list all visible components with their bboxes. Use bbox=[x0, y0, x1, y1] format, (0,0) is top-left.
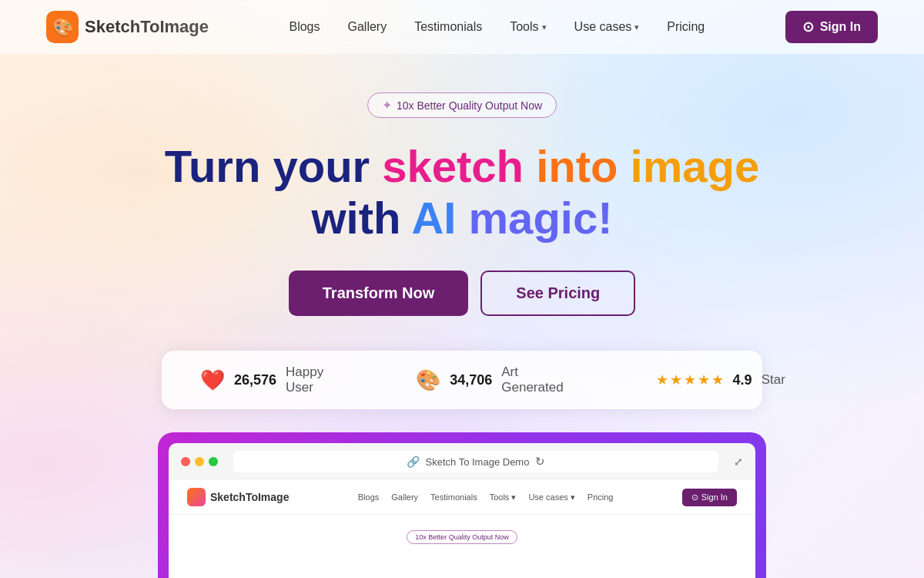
logo[interactable]: 🎨 SketchToImage bbox=[46, 11, 209, 43]
demo-badge: 10x Better Quality Output Now bbox=[407, 530, 517, 544]
window-controls bbox=[181, 457, 218, 466]
stat-happy-users: ❤️ 26,576 Happy User bbox=[200, 365, 323, 395]
art-icon: 🎨 bbox=[416, 368, 440, 392]
demo-site-content: SketchToImage Blogs Gallery Testimonials… bbox=[169, 480, 755, 578]
nav-item-testimonials[interactable]: Testimonials bbox=[414, 20, 482, 34]
main-content: ✦ 10x Better Quality Output Now Turn you… bbox=[0, 54, 924, 432]
nav-item-blogs[interactable]: Blogs bbox=[289, 20, 320, 34]
maximize-window-button[interactable] bbox=[209, 457, 218, 466]
expand-icon[interactable]: ⤢ bbox=[734, 455, 743, 468]
refresh-icon[interactable]: ↻ bbox=[535, 455, 545, 469]
logo-text: SketchToImage bbox=[85, 17, 209, 37]
nav-menu: Blogs Gallery Testimonials Tools ▾ Use c… bbox=[289, 20, 705, 34]
demo-sign-in-button[interactable]: ⊙ Sign In bbox=[682, 489, 737, 506]
star-icon: ★ bbox=[656, 371, 668, 388]
nav-item-pricing[interactable]: Pricing bbox=[667, 20, 705, 34]
demo-logo: SketchToImage bbox=[187, 488, 289, 506]
sign-in-button[interactable]: ⊙ Sign In bbox=[785, 11, 878, 43]
cta-buttons: Transform Now See Pricing bbox=[289, 271, 636, 316]
headline: Turn your sketch into image with AI magi… bbox=[165, 141, 759, 244]
close-window-button[interactable] bbox=[181, 457, 190, 466]
logo-icon: 🎨 bbox=[46, 11, 79, 43]
sparkle-icon: ✦ bbox=[382, 98, 392, 113]
star-icon: ★ bbox=[711, 371, 724, 388]
link-icon: 🔗 bbox=[407, 455, 420, 468]
url-bar[interactable]: 🔗 Sketch To Image Demo ↻ bbox=[233, 451, 718, 472]
heart-icon: ❤️ bbox=[200, 368, 225, 392]
star-icon: ★ bbox=[670, 371, 682, 388]
demo-sign-in-icon: ⊙ bbox=[691, 492, 698, 502]
sign-in-icon: ⊙ bbox=[802, 18, 814, 35]
demo-window-wrapper: 🔗 Sketch To Image Demo ↻ ⤢ SketchToImage… bbox=[0, 432, 924, 578]
nav-item-use-cases[interactable]: Use cases ▾ bbox=[574, 20, 640, 34]
star-icon: ★ bbox=[684, 371, 696, 388]
browser-bar: 🔗 Sketch To Image Demo ↻ ⤢ bbox=[169, 443, 755, 480]
demo-navbar: SketchToImage Blogs Gallery Testimonials… bbox=[169, 480, 755, 515]
see-pricing-button[interactable]: See Pricing bbox=[480, 271, 635, 316]
demo-hero: 10x Better Quality Output Now bbox=[169, 515, 755, 560]
stats-bar: ❤️ 26,576 Happy User 🎨 34,706 Art Genera… bbox=[162, 351, 762, 409]
chevron-down-icon: ▾ bbox=[634, 22, 639, 32]
transform-now-button[interactable]: Transform Now bbox=[289, 271, 469, 316]
stat-art-generated: 🎨 34,706 Art Generated bbox=[416, 365, 563, 395]
stat-rating: ★ ★ ★ ★ ★ 4.9 Star bbox=[656, 371, 785, 388]
demo-logo-icon bbox=[187, 488, 206, 506]
demo-window: 🔗 Sketch To Image Demo ↻ ⤢ SketchToImage… bbox=[158, 432, 766, 578]
minimize-window-button[interactable] bbox=[195, 457, 204, 466]
star-icon: ★ bbox=[698, 371, 710, 388]
demo-nav-links: Blogs Gallery Testimonials Tools ▾ Use c… bbox=[358, 492, 614, 502]
chevron-down-icon: ▾ bbox=[542, 22, 547, 32]
quality-badge: ✦ 10x Better Quality Output Now bbox=[367, 92, 557, 118]
svg-text:🎨: 🎨 bbox=[52, 17, 74, 38]
star-rating: ★ ★ ★ ★ ★ bbox=[656, 371, 724, 388]
nav-item-tools[interactable]: Tools ▾ bbox=[510, 20, 546, 34]
navbar: 🎨 SketchToImage Blogs Gallery Testimonia… bbox=[0, 0, 924, 54]
nav-item-gallery[interactable]: Gallery bbox=[348, 20, 387, 34]
